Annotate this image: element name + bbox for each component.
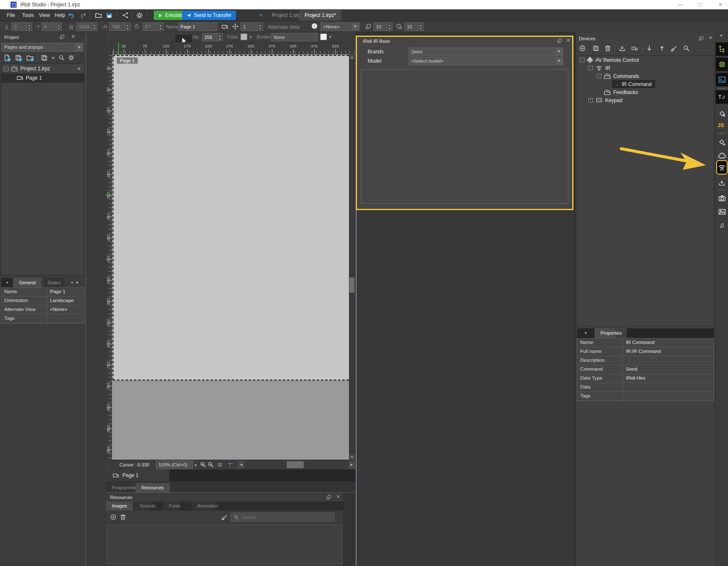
alternate-view-select[interactable]: <None>▼ [321,22,360,31]
minimize-button[interactable]: — [674,2,687,8]
table-row[interactable]: Full nameIR:IR Command [577,347,714,356]
hscroll-left-icon[interactable]: ◀ [238,461,244,469]
move-down-icon[interactable] [646,45,653,52]
collapse-icon[interactable]: − [588,66,593,70]
tab-general[interactable]: General [13,278,42,287]
tree-row-ir[interactable]: − IR [577,64,714,72]
tab-scroll-right-icon[interactable]: ▶ [76,280,79,284]
strip-menu-dropdown-icon[interactable]: ▼ [720,34,723,38]
props-menu-dropdown[interactable]: ▼ [577,328,595,338]
table-row[interactable]: Description [577,356,714,365]
scroll-down-icon[interactable]: ▼ [349,454,355,460]
console-terminal-icon[interactable] [716,73,728,86]
grid-y-input[interactable]: 10 [404,22,418,31]
move-up-icon[interactable] [659,45,665,52]
cleanup-broom-icon[interactable] [670,45,678,52]
y-stepper[interactable]: ▲▼ [56,22,62,31]
close-button[interactable]: ✕ [714,2,727,8]
macros-diamond-gear-icon[interactable] [716,136,728,148]
table-row[interactable]: NameIR Command [577,338,714,347]
border-color-swatch[interactable] [320,33,327,40]
close-panel-icon[interactable]: ✕ [71,34,75,39]
order-stepper[interactable]: ▲▼ [257,22,263,31]
snap-toggle-icon[interactable] [228,462,234,468]
search-icon[interactable] [58,55,65,61]
vertical-scrollbar[interactable]: ▲ ▼ [349,54,355,460]
undo-icon[interactable] [68,12,75,19]
tab-fonts[interactable]: Fonts [163,502,179,511]
prop-value[interactable]: Page 1 [47,288,84,296]
duplicate-device-icon[interactable] [592,45,599,52]
open-project-icon[interactable] [95,12,102,19]
prop-value[interactable]: IR Command [623,338,714,347]
tree-row-page1-selected[interactable]: Page 1 [1,73,84,83]
model-select[interactable]: <Select model>▼ [409,57,563,65]
tree-row-av-remote[interactable]: − AV Remote Control [577,56,714,64]
float-panel-icon[interactable] [557,38,562,44]
doc-tab-irpz-active[interactable]: Project 1.irpz* [299,10,341,21]
resource-list-area[interactable] [107,525,342,564]
prop-value[interactable]: <None> [47,305,84,314]
project-structure-icon[interactable] [716,42,728,56]
tree-row-project[interactable]: − Project 1.irpz ✕ [1,64,84,73]
dropdown-arrow-icon[interactable]: ▼ [352,23,359,30]
search-icon[interactable] [683,45,690,52]
opacity-input[interactable]: 255 [202,33,217,42]
close-panel-icon[interactable]: ✕ [709,35,712,41]
import-download-icon[interactable] [716,177,728,188]
tree-row-ir-command-selected[interactable]: → IR Command [577,80,714,88]
float-panel-icon[interactable] [59,34,65,40]
float-panel-icon[interactable] [326,494,332,500]
add-page-icon[interactable]: + [3,54,11,61]
tab-properties[interactable]: Properties [595,328,615,338]
delete-device-icon[interactable] [604,45,611,52]
tab-states[interactable]: States [44,278,64,287]
scroll-up-icon[interactable]: ▲ [349,54,355,60]
duplicate-page-icon[interactable] [41,54,48,61]
float-panel-icon[interactable] [698,36,704,41]
horizontal-scrollbar[interactable] [244,461,349,469]
grid-y-stepper[interactable]: ▲▼ [418,22,424,31]
prop-value[interactable]: Landscape [47,297,84,305]
expand-icon[interactable]: + [588,98,593,103]
ir-base-strip-button-active[interactable] [715,159,728,175]
dropdown-arrow-icon[interactable]: ▼ [76,44,83,51]
capture-device-icon[interactable] [631,45,639,52]
tab-animation[interactable]: Animation [191,502,215,511]
table-row[interactable]: OrientationLandscape [1,297,84,305]
x-input[interactable]: 0 [11,22,27,31]
redo-icon[interactable] [80,12,87,19]
close-project-icon[interactable]: ✕ [77,66,81,72]
prop-value[interactable]: IR:IR Command [623,347,714,356]
close-panel-icon[interactable]: ✕ [566,38,570,43]
prop-value[interactable] [623,356,714,365]
prop-value[interactable] [623,383,714,391]
import-device-icon[interactable] [619,45,626,52]
h-stepper[interactable]: ▲▼ [125,22,130,31]
tab-sounds[interactable]: Sounds [134,502,151,511]
gallery-image-icon[interactable] [716,206,728,218]
grid-x-input[interactable]: 10 [374,22,387,31]
order-input[interactable]: 1 [241,22,257,31]
save-icon[interactable] [106,12,113,19]
add-popup-icon[interactable]: + [15,54,22,61]
collapse-icon[interactable]: − [4,67,8,71]
scrollbar-thumb[interactable] [349,277,354,293]
zoom-level-select[interactable]: 100% (Ctrl+0) [156,461,193,469]
menu-help[interactable]: Help [50,9,70,21]
prop-value[interactable] [47,314,84,323]
collapse-icon[interactable]: − [580,58,584,62]
page-canvas[interactable]: Page 1 [113,55,349,380]
h-input[interactable]: 768 [109,22,125,31]
js-editor-icon[interactable]: JS [717,122,724,128]
x-stepper[interactable]: ▲▼ [26,22,32,31]
tab-resources[interactable]: Resources [136,483,170,492]
add-folder-icon[interactable]: + [26,54,34,62]
add-resource-icon[interactable] [110,514,116,520]
collapse-icon[interactable]: − [597,74,601,78]
w-input[interactable]: 1024 [76,22,92,31]
brands-select[interactable]: 2wire▼ [409,47,563,56]
prop-value[interactable]: Send [623,365,714,374]
share-icon[interactable] [122,12,129,19]
move-icon[interactable] [232,23,238,30]
